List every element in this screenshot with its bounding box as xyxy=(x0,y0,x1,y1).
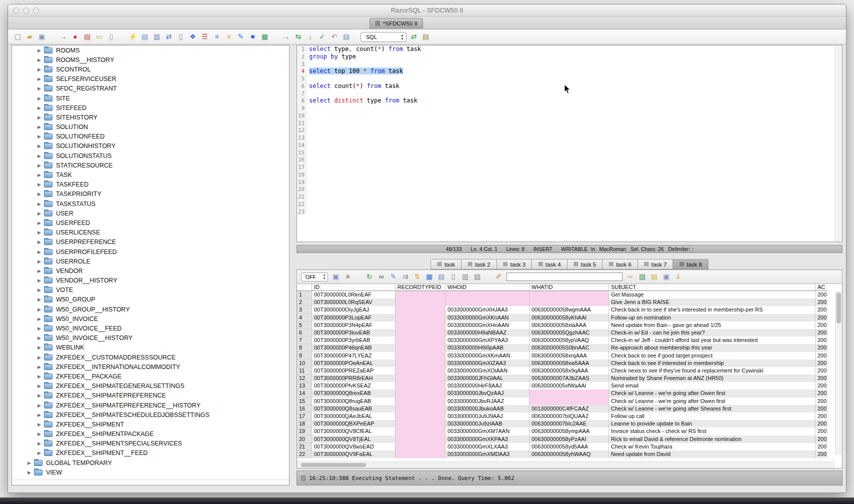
table-row[interactable]: 1700T3000000QAeJbEAL0033000000Ju9J9AAJ00… xyxy=(297,412,828,420)
new-file-icon[interactable]: ▢ xyxy=(13,32,22,42)
table-cell[interactable]: 0033000000GmXM7AAN xyxy=(446,428,530,435)
tree-horizontal-scrollbar[interactable] xyxy=(12,480,289,485)
table-row[interactable]: 1500T3000000Q8rugEAB0033000000JbvRJAAZCh… xyxy=(297,398,828,405)
disconnect-icon[interactable]: ● xyxy=(70,32,80,42)
expand-arrow-icon[interactable]: ▶ xyxy=(36,240,42,244)
doc-view-icon[interactable]: ▯ xyxy=(448,272,458,282)
table-cell[interactable] xyxy=(530,390,609,397)
table-cell[interactable]: 00T3000000P3LopEAF xyxy=(312,314,396,322)
expand-arrow-icon[interactable]: ▶ xyxy=(36,154,42,158)
tree-item-zkfedex__shipmatepreference[interactable]: ▶ZKFEDEX__SHIPMATEPREFERENCE xyxy=(12,391,289,400)
tree-item-solution[interactable]: ▶SOLUTION xyxy=(12,122,289,132)
table-cell[interactable] xyxy=(396,443,446,450)
expand-arrow-icon[interactable]: ▶ xyxy=(36,345,42,350)
table-cell[interactable]: Check back to see if interested in membe… xyxy=(609,360,816,367)
database-browser-tree[interactable]: ▶ROOMS▶ROOMS__HISTORY▶SCONTROL▶SELFSERVI… xyxy=(12,45,290,486)
column-header-id[interactable]: ID xyxy=(312,284,396,291)
table-row[interactable]: 300T3000000OiyJgEAJ0033000000GmXHJAA3006… xyxy=(297,306,828,314)
table-cell[interactable]: 006300000058ypVAAQ xyxy=(530,336,609,344)
open-folder-icon[interactable]: ▰ xyxy=(25,32,34,42)
result-tab-task-3[interactable]: ☒task 3 xyxy=(497,259,532,270)
tree-item-taskfeed[interactable]: ▶TASKFEED xyxy=(12,180,289,190)
expand-arrow-icon[interactable]: ▶ xyxy=(36,316,42,322)
table-cell[interactable]: 00T3000000L0RknEAF xyxy=(312,291,396,298)
reload-table-icon[interactable]: ▦ xyxy=(424,272,434,282)
refresh-results-icon[interactable]: ↻ xyxy=(364,272,374,282)
column-header-subject[interactable]: SUBJECT xyxy=(609,284,816,291)
tree-item-w50_group__history[interactable]: ▶W50_GROUP__HISTORY xyxy=(12,304,289,314)
tree-item-weblink[interactable]: ▶WEBLINK xyxy=(12,343,289,352)
table-cell[interactable] xyxy=(396,291,446,298)
table-row[interactable]: 500T3000000P3N4pEAF0033000000GmXHnAAN006… xyxy=(297,322,828,329)
table-cell[interactable]: 0033000000JbvRJAAZ xyxy=(446,398,530,405)
table-cell[interactable]: 00T3000000Q8rugEAB xyxy=(312,398,396,405)
sql-editor[interactable]: 1select type, count(*) from task2group b… xyxy=(296,45,842,242)
expand-arrow-icon[interactable]: ▶ xyxy=(36,144,42,148)
table-cell[interactable]: 006300000058yhWAAQ xyxy=(530,450,609,458)
zoom-window-button[interactable] xyxy=(33,8,39,14)
table-cell[interactable]: 200 xyxy=(816,298,828,306)
table-cell[interactable]: 006300000058wgmAAA xyxy=(530,306,609,314)
column-header-ac[interactable]: AC xyxy=(816,284,828,291)
column-header-rownum[interactable] xyxy=(297,284,312,291)
expand-arrow-icon[interactable]: ▶ xyxy=(36,202,42,206)
table-cell[interactable]: Check nexis to see if they've found a re… xyxy=(609,367,816,374)
edit-icon[interactable]: ✎ xyxy=(236,32,246,42)
expand-arrow-icon[interactable]: ▶ xyxy=(36,96,42,101)
expand-arrow-icon[interactable]: ▶ xyxy=(36,268,42,274)
table-export-icon[interactable]: ▦ xyxy=(260,32,270,42)
tree-item-staticresource[interactable]: ▶STATICRESOURCE xyxy=(12,160,289,170)
table-cell[interactable] xyxy=(396,298,446,306)
table-cell[interactable]: Send email xyxy=(609,382,816,390)
expand-arrow-icon[interactable]: ▶ xyxy=(36,422,42,427)
table-cell[interactable]: 00T3000000PRR8rEAH xyxy=(312,374,396,382)
table-cell[interactable] xyxy=(396,314,446,322)
title-bar[interactable]: RazorSQL - SFDCW50 II xyxy=(8,4,846,16)
table-cell[interactable] xyxy=(396,390,446,397)
glasses-icon[interactable]: ∞ xyxy=(376,272,386,282)
tree-item-rooms[interactable]: ▶ROOMS xyxy=(12,46,289,55)
column-header-whatid[interactable]: WHATID xyxy=(530,284,609,291)
table-cell[interactable] xyxy=(396,420,446,428)
statement-type-select[interactable]: SQL ▲▼ xyxy=(360,32,406,42)
auto-refresh-select[interactable]: OFF ▲▼ xyxy=(301,272,328,282)
table-cell[interactable] xyxy=(396,352,446,360)
table-cell[interactable]: 00T3000000QV8wsEAD xyxy=(312,443,396,450)
star-icon[interactable]: ★ xyxy=(248,32,258,42)
tree-item-w50_invoice[interactable]: ▶W50_INVOICE xyxy=(12,314,289,324)
table-cell[interactable]: Nominated by Shane Freeman at ANZ (HR50) xyxy=(609,374,816,382)
tree-item-zkfedex__shipmentspecialservices[interactable]: ▶ZKFEDEX__SHIPMENTSPECIALSERVICES xyxy=(12,439,289,448)
table-cell[interactable]: 00T3000000L0RqSEAV xyxy=(312,298,396,306)
expand-arrow-icon[interactable]: ▶ xyxy=(36,355,42,360)
tree-item-solutionfeed[interactable]: ▶SOLUTIONFEED xyxy=(12,132,289,142)
table-cell[interactable]: 200 xyxy=(816,390,828,397)
table-row[interactable]: 200T3000000L0RqSEAVGive Jenn a BIG RAISE… xyxy=(297,298,828,306)
document-tab[interactable]: ☒ *SFDCW50 II xyxy=(370,18,423,28)
tree-item-zkfedex__shipmentpackage[interactable]: ▶ZKFEDEX__SHIPMENTPACKAGE xyxy=(12,430,289,439)
hscroll-thumb[interactable] xyxy=(301,463,366,467)
table-cell[interactable] xyxy=(396,374,446,382)
highlighter-icon[interactable]: ✐ xyxy=(494,272,504,282)
result-tab-task-7[interactable]: ☒task 7 xyxy=(638,259,674,270)
table-cell[interactable]: 0033000000GmXOiAAN xyxy=(446,367,530,374)
copy-connection-icon[interactable]: ▤ xyxy=(82,32,92,42)
editor-vertical-scrollbar[interactable] xyxy=(834,46,842,242)
table-cell[interactable]: 00T3000000PfvKSEAZ xyxy=(312,382,396,390)
tree-item-site[interactable]: ▶SITE xyxy=(12,94,289,103)
commit-icon[interactable]: ✓ xyxy=(318,32,327,42)
table-cell[interactable]: 006300000058xrqAAA xyxy=(530,352,609,360)
table-cell[interactable] xyxy=(396,360,446,367)
table-cell[interactable]: 0033000000Ju9J9AAJ xyxy=(446,412,530,420)
table-cell[interactable]: 00T3000000QV9FaEAL xyxy=(312,450,396,458)
tree-item-solutionhistory[interactable]: ▶SOLUTIONHISTORY xyxy=(12,142,289,151)
export-doc-icon[interactable]: ▥ xyxy=(152,32,162,42)
table-row[interactable]: 1100T3000000PREZaEAP0033000000GmXOiAAN00… xyxy=(297,367,828,374)
table-cell[interactable]: Need update from Bain - gave go ahead 1/… xyxy=(609,322,816,329)
tree-item-sitefeed[interactable]: ▶SITEFEED xyxy=(12,103,289,112)
table-cell[interactable]: 0033000000GmXPYAA3 xyxy=(446,336,530,344)
form-icon[interactable]: ▤ xyxy=(140,32,150,42)
table-cell[interactable]: 00T3000000Q8sauEAB xyxy=(312,405,396,412)
table-cell[interactable]: 200 xyxy=(816,428,828,435)
table-cell[interactable]: 00T3000000QV8TjEAL xyxy=(312,436,396,443)
table-cell[interactable]: Check w/ Leanne - we're going after Shea… xyxy=(609,405,816,412)
